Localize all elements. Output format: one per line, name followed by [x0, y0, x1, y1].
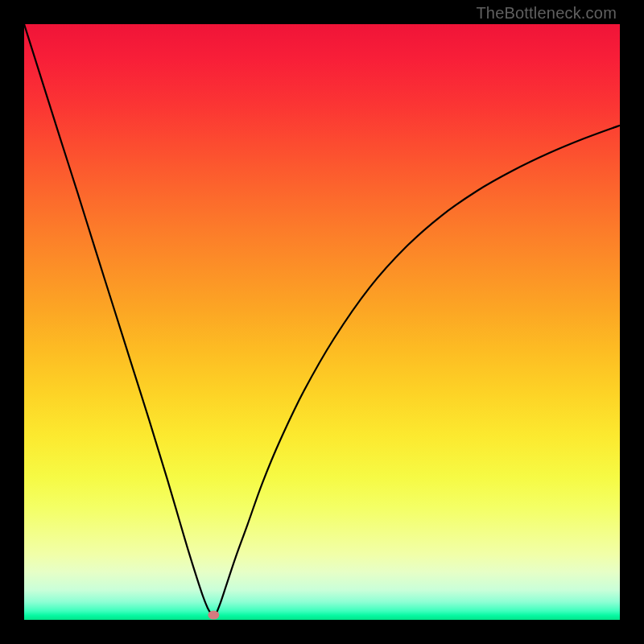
chart-svg	[24, 24, 620, 620]
attribution-label: TheBottleneck.com	[476, 4, 617, 23]
plot-area	[24, 24, 620, 620]
optimal-point-marker	[208, 611, 219, 620]
chart-container: TheBottleneck.com	[0, 0, 644, 644]
bottleneck-curve	[24, 24, 620, 617]
